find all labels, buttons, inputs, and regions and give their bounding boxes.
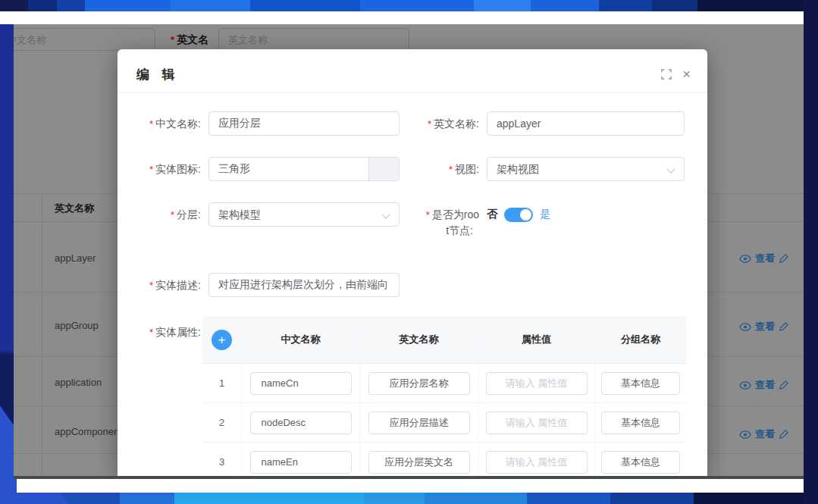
is-root-toggle-row: 否 是 <box>487 202 550 227</box>
entity-desc-label: *实体描述: <box>118 273 201 298</box>
layer-label: *分层: <box>118 202 201 227</box>
dialog-title: 编 辑 <box>136 66 180 83</box>
entity-icon-label: *实体图标: <box>118 157 201 182</box>
attr-en-input[interactable] <box>368 372 470 395</box>
required-mark: * <box>149 164 153 175</box>
required-mark: * <box>426 209 430 221</box>
attr-col-header: 分组名称 <box>595 316 686 364</box>
required-mark: * <box>428 118 431 130</box>
toggle-on-label: 是 <box>540 208 550 221</box>
attr-col-header: 英文名称 <box>360 316 478 364</box>
attr-value-input[interactable] <box>486 412 588 434</box>
required-mark: * <box>149 327 153 338</box>
entity-desc-input[interactable] <box>208 273 400 297</box>
edit-dialog: 编 辑 × *中文名称: *英文名称: *实体图标: *视图: 架构视图 *分层… <box>118 49 707 476</box>
bottom-white-strip <box>17 479 804 493</box>
attr-value-input[interactable] <box>486 372 588 395</box>
en-name-label: *英文名称: <box>368 111 479 136</box>
row-number: 2 <box>202 403 242 443</box>
divider <box>118 92 707 93</box>
close-icon[interactable]: × <box>682 69 691 80</box>
desktop-right-band <box>804 0 818 504</box>
required-mark: * <box>149 280 153 291</box>
entity-attrs-label: *实体属性: <box>118 320 201 345</box>
attr-value-input[interactable] <box>486 451 588 474</box>
attr-cn-input[interactable] <box>250 372 352 395</box>
required-mark: * <box>449 164 453 175</box>
screen: *英文名 英文名称 appLayer appGroup application … <box>0 0 818 504</box>
is-root-label: *是否为roo t节点: <box>368 202 479 238</box>
attr-table: + 中文名称 英文名称 属性值 分组名称 1 2 <box>202 316 686 476</box>
attr-cn-input[interactable] <box>250 412 352 434</box>
attr-col-header: 中文名称 <box>242 316 360 364</box>
en-name-input[interactable] <box>487 111 685 136</box>
required-mark: * <box>171 209 174 221</box>
is-root-switch[interactable] <box>504 208 533 222</box>
fullscreen-icon[interactable] <box>661 69 672 80</box>
view-select[interactable]: 架构视图 <box>487 157 685 181</box>
attr-group-input[interactable] <box>601 372 680 395</box>
toggle-off-label: 否 <box>487 208 497 221</box>
desktop-top-band <box>0 0 818 11</box>
cn-name-label: *中文名称: <box>118 111 201 136</box>
attr-col-header: 属性值 <box>478 316 595 364</box>
view-label: *视图: <box>368 157 479 182</box>
attr-group-input[interactable] <box>601 451 680 474</box>
view-select-value: 架构视图 <box>497 163 539 175</box>
chevron-down-icon <box>666 164 675 173</box>
layer-select-value: 架构模型 <box>218 208 261 221</box>
row-number: 1 <box>202 364 242 403</box>
add-row-button[interactable]: + <box>212 330 232 350</box>
required-mark: * <box>149 118 153 130</box>
row-number: 3 <box>202 443 242 476</box>
desktop-bottom-band <box>0 493 818 504</box>
attr-en-input[interactable] <box>368 451 470 474</box>
attr-en-input[interactable] <box>368 412 470 434</box>
attr-cn-input[interactable] <box>250 451 352 474</box>
attr-group-input[interactable] <box>601 412 680 434</box>
attr-table-add-cell: + <box>202 316 242 364</box>
